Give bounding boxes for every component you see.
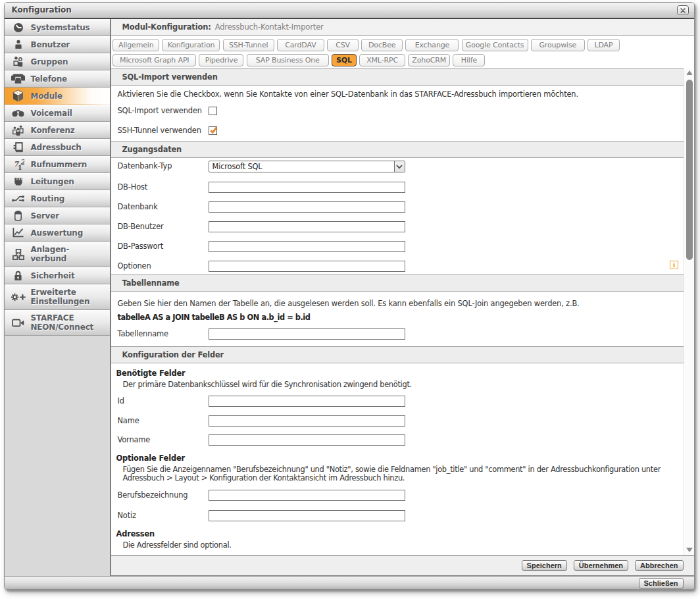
sidebar-item-auswertung[interactable]: Auswertung bbox=[5, 224, 110, 242]
addresses-heading: Adressen bbox=[116, 529, 684, 538]
voicemail-icon bbox=[11, 109, 26, 117]
cube-icon bbox=[11, 90, 26, 102]
sidebar-item-label: Server bbox=[31, 211, 59, 221]
db-type-select[interactable]: Microsoft SQL bbox=[209, 161, 405, 172]
section-title-konfiguration-der-felder: Konfiguration der Felder bbox=[111, 346, 684, 363]
db-host-input[interactable] bbox=[209, 182, 405, 193]
optionen-input[interactable] bbox=[209, 261, 405, 272]
close-window-button[interactable]: Schließen bbox=[639, 578, 684, 588]
tab-carddav[interactable]: CardDAV bbox=[277, 39, 324, 51]
sidebar-item-voicemail[interactable]: Voicemail bbox=[5, 105, 110, 122]
notiz-label: Notiz bbox=[118, 510, 209, 521]
conference-icon bbox=[11, 124, 26, 136]
sidebar-item-konferenz[interactable]: Konferenz bbox=[5, 122, 110, 139]
ssh-tunnel-checkbox[interactable] bbox=[209, 126, 217, 135]
sidebar-item-benutzer[interactable]: Benutzer bbox=[5, 36, 110, 53]
sidebar-item-label: ErweiterteEinstellungen bbox=[31, 288, 90, 306]
notiz-input[interactable] bbox=[209, 510, 405, 521]
optional-fields-description: Fügen Sie die Anzeigennamen "Berufsbezei… bbox=[123, 465, 684, 482]
id-label: Id bbox=[118, 396, 209, 407]
sidebar-item-systemstatus[interactable]: Systemstatus bbox=[5, 19, 110, 36]
sidebar-item-rufnummern[interactable]: 712Rufnummern bbox=[5, 156, 110, 173]
scroll-down-icon[interactable] bbox=[686, 548, 693, 552]
sidebar-item-starface-neon-connect[interactable]: STARFACENEON/Connect bbox=[5, 310, 110, 336]
tab-microsoft-graph-api[interactable]: Microsoft Graph API bbox=[113, 54, 196, 66]
vorname-input[interactable] bbox=[209, 434, 405, 446]
name-label: Name bbox=[118, 415, 209, 427]
db-type-dropdown-button[interactable] bbox=[394, 161, 405, 172]
tab-exchange[interactable]: Exchange bbox=[405, 39, 459, 51]
group-icon bbox=[11, 56, 26, 67]
chevron-down-icon bbox=[396, 165, 403, 169]
tab-xml-rpc[interactable]: XML-RPC bbox=[359, 54, 405, 66]
scrollbar-thumb[interactable] bbox=[686, 80, 693, 260]
sidebar-item-label: Rufnummern bbox=[31, 160, 88, 169]
tab-sap-business-one[interactable]: SAP Business One bbox=[247, 54, 329, 66]
close-button[interactable] bbox=[677, 5, 689, 15]
sidebar-item-erweiterte-einstellungen[interactable]: ErweiterteEinstellungen bbox=[5, 284, 110, 310]
datenbank-input[interactable] bbox=[209, 201, 405, 213]
sidebar-item-routing[interactable]: Routing bbox=[5, 190, 110, 207]
tab-pipedrive[interactable]: Pipedrive bbox=[199, 54, 243, 66]
db-type-label: Datenbank-Typ bbox=[118, 161, 209, 172]
name-input[interactable] bbox=[209, 415, 405, 427]
save-button[interactable]: Speichern bbox=[522, 560, 567, 571]
sidebar-item-label: Konferenz bbox=[31, 126, 75, 135]
cancel-button[interactable]: Abbrechen bbox=[635, 560, 683, 571]
sidebar-item-anlagen-verbund[interactable]: Anlagen-verbund bbox=[5, 242, 110, 267]
sidebar-item-label: Voicemail bbox=[31, 109, 72, 118]
tab-konfiguration[interactable]: Konfiguration bbox=[162, 39, 220, 51]
sidebar-item-label: Module bbox=[31, 91, 63, 101]
module-config-header: Modul-Konfiguration:Adressbuch-Kontakt-I… bbox=[111, 19, 694, 36]
scroll-up-icon[interactable] bbox=[686, 70, 693, 75]
apply-button[interactable]: Übernehmen bbox=[574, 560, 628, 571]
module-config-subtitle: Adressbuch-Kontakt-Importer bbox=[215, 22, 324, 32]
section-title-zugangsdaten: Zugangsdaten bbox=[111, 141, 684, 158]
sidebar-item-module[interactable]: Module bbox=[5, 88, 110, 105]
db-type-value: Microsoft SQL bbox=[213, 162, 262, 172]
content-panel: SQL-Import verwenden Aktivieren Sie die … bbox=[111, 68, 694, 555]
tab-docbee[interactable]: DocBee bbox=[361, 39, 403, 51]
sql-import-checkbox-label: SQL-Import verwenden bbox=[118, 106, 209, 115]
required-fields-description: Der primäre Datenbankschlüssel wird für … bbox=[123, 380, 684, 389]
sidebar-item-gruppen[interactable]: Gruppen bbox=[5, 53, 110, 70]
lines-icon bbox=[11, 178, 26, 186]
phone-icon bbox=[11, 74, 26, 84]
tab-sql[interactable]: SQL bbox=[332, 54, 357, 66]
tab-ldap[interactable]: LDAP bbox=[588, 39, 620, 51]
tab-google-contacts[interactable]: Google Contacts bbox=[462, 39, 528, 51]
ssh-tunnel-checkbox-label: SSH-Tunnel verwenden bbox=[118, 126, 209, 135]
sidebar-item-server[interactable]: Server bbox=[5, 207, 110, 224]
sidebar-item-telefone[interactable]: Telefone bbox=[5, 70, 110, 88]
info-icon[interactable]: i bbox=[670, 261, 678, 269]
datenbank-label: Datenbank bbox=[118, 201, 209, 213]
tabellenname-description: Geben Sie hier den Namen der Tabelle an,… bbox=[111, 292, 684, 308]
id-input[interactable] bbox=[209, 396, 405, 407]
tab-allgemein[interactable]: Allgemein bbox=[113, 39, 159, 51]
close-icon bbox=[680, 8, 686, 13]
svg-text:2: 2 bbox=[20, 158, 24, 167]
sql-import-checkbox[interactable] bbox=[209, 107, 217, 115]
tab-csv[interactable]: CSV bbox=[327, 39, 359, 51]
sidebar-item-label: Benutzer bbox=[31, 40, 70, 49]
db-benutzer-input[interactable] bbox=[209, 221, 405, 232]
tab-groupwise[interactable]: Groupwise bbox=[531, 39, 585, 51]
scrollbar[interactable] bbox=[684, 68, 694, 555]
tabellenname-input[interactable] bbox=[209, 328, 405, 340]
tab-zohocrm[interactable]: ZohoCRM bbox=[408, 54, 450, 66]
db-benutzer-label: DB-Benutzer bbox=[118, 221, 209, 232]
sidebar-item-label: Gruppen bbox=[31, 57, 68, 66]
db-passwort-input[interactable] bbox=[209, 241, 405, 252]
vorname-label: Vorname bbox=[118, 434, 209, 446]
tab-ssh-tunnel[interactable]: SSH-Tunnel bbox=[223, 39, 274, 51]
tab-hilfe[interactable]: Hilfe bbox=[453, 54, 485, 66]
sql-join-example: tabelleA AS a JOIN tabelleB AS b ON a.b_… bbox=[111, 308, 684, 322]
sidebar-item-label: STARFACENEON/Connect bbox=[31, 313, 94, 332]
sidebar-item-sicherheit[interactable]: Sicherheit bbox=[5, 267, 110, 284]
berufsbezeichnung-input[interactable] bbox=[209, 490, 405, 501]
tab-bar: AllgemeinKonfigurationSSH-TunnelCardDAVC… bbox=[111, 36, 694, 68]
sidebar-item-leitungen[interactable]: Leitungen bbox=[5, 173, 110, 190]
optionen-label: Optionen bbox=[118, 261, 209, 272]
sidebar-item-adressbuch[interactable]: Adressbuch bbox=[5, 139, 110, 156]
chart-icon bbox=[11, 228, 26, 238]
